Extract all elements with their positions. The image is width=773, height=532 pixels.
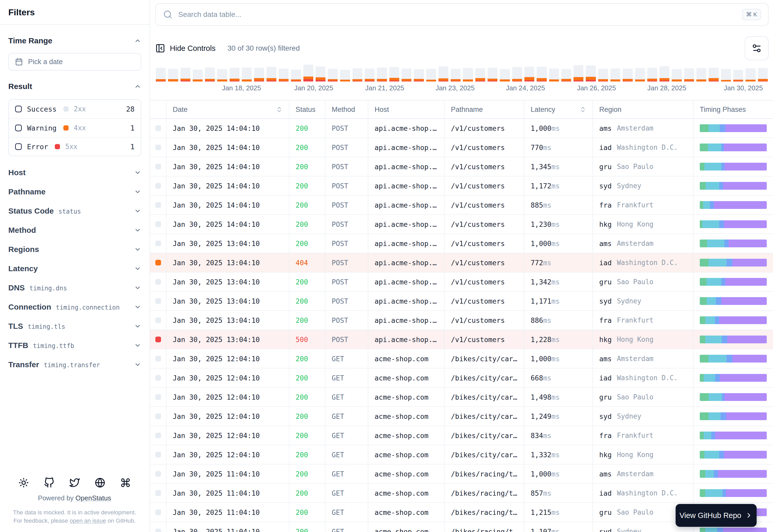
- table-row[interactable]: Jan 30, 2025 14:04:10200POSTapi.acme-sho…: [150, 119, 773, 138]
- filter-section-ttfb[interactable]: TTFBtiming.ttfb: [8, 336, 141, 355]
- timeline-bar[interactable]: [623, 69, 633, 81]
- timeline-bar[interactable]: [438, 66, 448, 81]
- checkbox[interactable]: [15, 125, 22, 131]
- filter-section-pathname[interactable]: Pathname: [8, 182, 141, 201]
- table-row[interactable]: Jan 30, 2025 14:04:10200POSTapi.acme-sho…: [150, 196, 773, 215]
- table-row[interactable]: Jan 30, 2025 13:04:10200POSTapi.acme-sho…: [150, 292, 773, 311]
- timeline-bar[interactable]: [549, 69, 559, 81]
- timeline-bar[interactable]: [426, 69, 436, 81]
- timeline-bar[interactable]: [414, 69, 424, 81]
- timeline-bar[interactable]: [242, 67, 252, 81]
- date-picker-button[interactable]: Pick a date: [8, 53, 141, 71]
- github-icon[interactable]: [44, 478, 54, 488]
- timeline-bar[interactable]: [475, 68, 485, 81]
- timeline-bar[interactable]: [745, 68, 755, 81]
- table-row[interactable]: Jan 30, 2025 12:04:10200GETacme-shop.com…: [150, 426, 773, 445]
- timeline-bar[interactable]: [611, 69, 620, 81]
- filter-section-connection[interactable]: Connectiontiming.connection: [8, 297, 141, 317]
- timeline-bar[interactable]: [365, 69, 375, 81]
- filter-section-tls[interactable]: TLStiming.tls: [8, 317, 141, 336]
- search-input[interactable]: [178, 10, 737, 19]
- filter-section-transfer[interactable]: Transfertiming.transfer: [8, 355, 141, 374]
- timeline-bar[interactable]: [316, 66, 326, 81]
- timeline-bar[interactable]: [267, 67, 276, 81]
- checkbox[interactable]: [15, 143, 22, 150]
- timeline-bar[interactable]: [709, 68, 719, 81]
- table-row[interactable]: Jan 30, 2025 13:04:10200POSTapi.acme-sho…: [150, 272, 773, 292]
- table-row[interactable]: Jan 30, 2025 14:04:10200POSTapi.acme-sho…: [150, 138, 773, 157]
- timeline-bar[interactable]: [340, 70, 350, 81]
- sort-chevrons-icon[interactable]: [579, 106, 586, 113]
- filter-section-method[interactable]: Method: [8, 221, 141, 240]
- timeline-bar[interactable]: [586, 65, 596, 81]
- timeline-bar[interactable]: [205, 67, 215, 81]
- filter-section-latency[interactable]: Latency: [8, 259, 141, 278]
- timeline-bar[interactable]: [377, 67, 387, 81]
- result-item-warning[interactable]: Warning4xx1: [9, 118, 141, 137]
- timeline-bar[interactable]: [451, 69, 460, 81]
- table-row[interactable]: Jan 30, 2025 13:04:10404POSTapi.acme-sho…: [150, 253, 773, 272]
- table-row[interactable]: Jan 30, 2025 13:04:10500POSTapi.acme-sho…: [150, 330, 773, 349]
- twitter-icon[interactable]: [69, 478, 80, 488]
- checkbox[interactable]: [15, 106, 22, 112]
- openstatus-link[interactable]: OpenStatus: [76, 494, 111, 502]
- timeline-bar[interactable]: [463, 68, 473, 81]
- timeline-bar[interactable]: [328, 69, 338, 81]
- timeline-bar[interactable]: [487, 68, 497, 81]
- timeline-bar[interactable]: [291, 70, 301, 81]
- command-icon[interactable]: [120, 478, 131, 488]
- filter-section-status-code[interactable]: Status Codestatus: [8, 201, 141, 221]
- table-row[interactable]: Jan 30, 2025 12:04:10200GETacme-shop.com…: [150, 407, 773, 426]
- timeline-bar[interactable]: [537, 67, 546, 81]
- timeline-bar[interactable]: [721, 69, 731, 81]
- timeline-bar[interactable]: [696, 68, 706, 81]
- time-range-section-toggle[interactable]: Time Range: [8, 36, 141, 45]
- table-row[interactable]: Jan 30, 2025 12:04:10200GETacme-shop.com…: [150, 349, 773, 369]
- timeline-bar[interactable]: [230, 68, 240, 81]
- timeline-bar[interactable]: [254, 68, 264, 81]
- timeline-bar[interactable]: [733, 70, 743, 81]
- timeline-bar[interactable]: [389, 67, 399, 81]
- table-row[interactable]: Jan 30, 2025 14:04:10200POSTapi.acme-sho…: [150, 157, 773, 176]
- view-options-button[interactable]: [745, 36, 769, 60]
- timeline-bar[interactable]: [573, 65, 584, 81]
- timeline-bar[interactable]: [193, 70, 203, 81]
- theme-toggle-sun-icon[interactable]: [18, 478, 29, 488]
- table-row[interactable]: Jan 30, 2025 11:04:10200GETacme-shop.com…: [150, 465, 773, 484]
- table-row[interactable]: Jan 30, 2025 14:04:10200POSTapi.acme-sho…: [150, 215, 773, 234]
- sort-chevrons-icon[interactable]: [276, 106, 283, 113]
- timeline-bar[interactable]: [512, 67, 522, 81]
- result-item-error[interactable]: Error5xx1: [9, 137, 141, 156]
- table-row[interactable]: Jan 30, 2025 13:04:10200POSTapi.acme-sho…: [150, 234, 773, 253]
- timeline-bar[interactable]: [684, 68, 694, 81]
- timeline-bar[interactable]: [647, 68, 657, 81]
- timeline-bar[interactable]: [598, 69, 608, 81]
- table-row[interactable]: Jan 30, 2025 11:04:10200GETacme-shop.com…: [150, 484, 773, 503]
- view-github-repo-button[interactable]: View GitHub Repo: [676, 504, 757, 527]
- column-header-date[interactable]: Date: [166, 101, 289, 118]
- timeline-bar[interactable]: [279, 69, 289, 81]
- timeline-bar[interactable]: [635, 68, 645, 81]
- timeline-bar[interactable]: [500, 69, 510, 81]
- filter-section-host[interactable]: Host: [8, 163, 141, 182]
- filter-section-regions[interactable]: Regions: [8, 240, 141, 259]
- result-section-toggle[interactable]: Result: [8, 82, 141, 91]
- timeline-bar[interactable]: [303, 65, 313, 81]
- filter-section-dns[interactable]: DNStiming.dns: [8, 278, 141, 297]
- timeline-bar[interactable]: [217, 69, 227, 81]
- table-row[interactable]: Jan 30, 2025 12:04:10200GETacme-shop.com…: [150, 388, 773, 407]
- timeline-bar[interactable]: [180, 68, 190, 81]
- open-issue-link[interactable]: open an issue: [70, 517, 106, 524]
- globe-icon[interactable]: [95, 478, 105, 488]
- timeline-bar[interactable]: [156, 68, 166, 81]
- table-row[interactable]: Jan 30, 2025 13:04:10200POSTapi.acme-sho…: [150, 311, 773, 330]
- column-header-latency[interactable]: Latency: [524, 101, 593, 118]
- table-row[interactable]: Jan 30, 2025 12:04:10200GETacme-shop.com…: [150, 445, 773, 465]
- timeline-bar[interactable]: [758, 68, 768, 81]
- hide-controls-button[interactable]: Hide Controls: [155, 43, 216, 53]
- result-item-success[interactable]: Success2xx28: [9, 100, 141, 118]
- table-row[interactable]: Jan 30, 2025 14:04:10200POSTapi.acme-sho…: [150, 176, 773, 196]
- table-row[interactable]: Jan 30, 2025 12:04:10200GETacme-shop.com…: [150, 369, 773, 388]
- timeline-bar[interactable]: [660, 66, 669, 81]
- timeline-bar[interactable]: [561, 69, 571, 81]
